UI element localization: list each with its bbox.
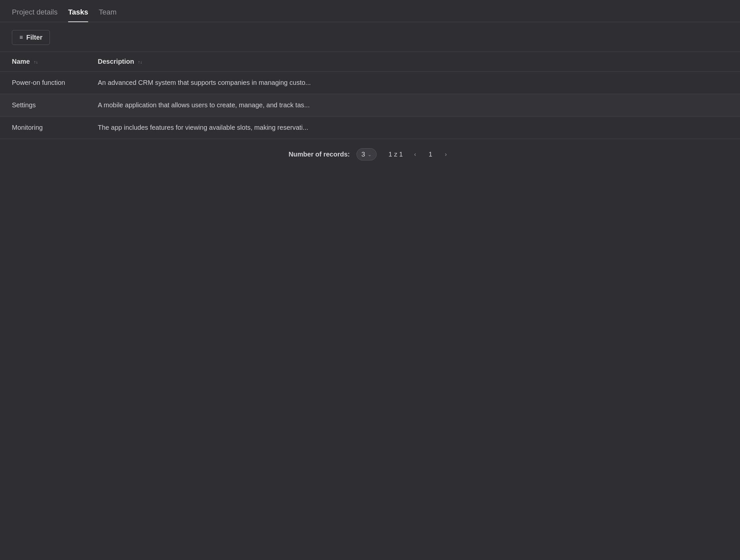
prev-page-button[interactable]: ‹ — [409, 149, 421, 160]
tabs-bar: Project details Tasks Team — [0, 8, 740, 22]
tab-project-details[interactable]: Project details — [12, 8, 58, 22]
filter-label: Filter — [26, 34, 42, 41]
task-desc-cell: The app includes features for viewing av… — [86, 117, 740, 139]
pagination-row: Number of records: 3 ⌄ 1 z 1 ‹ 1 › — [0, 139, 740, 170]
tasks-table: Name ↑↓ Description ↑↓ Power-on function… — [0, 51, 740, 139]
table-row[interactable]: Monitoring The app includes features for… — [0, 117, 740, 139]
chevron-down-icon: ⌄ — [368, 152, 372, 157]
column-header-name[interactable]: Name ↑↓ — [0, 52, 86, 72]
name-sort-icon: ↑↓ — [34, 60, 38, 64]
task-name-cell: Monitoring — [0, 117, 86, 139]
page-container: Project details Tasks Team ≡ Filter Name… — [0, 0, 740, 170]
records-count-value: 3 — [361, 150, 365, 158]
description-sort-icon: ↑↓ — [138, 60, 143, 64]
filter-bar: ≡ Filter — [0, 22, 740, 51]
task-desc-cell: A mobile application that allows users t… — [86, 94, 740, 117]
column-header-description[interactable]: Description ↑↓ — [86, 52, 740, 72]
task-name-cell: Settings — [0, 94, 86, 117]
filter-icon: ≡ — [19, 34, 23, 41]
tab-team[interactable]: Team — [99, 8, 117, 22]
current-page-number: 1 — [429, 150, 432, 158]
table-row[interactable]: Settings A mobile application that allow… — [0, 94, 740, 117]
tasks-table-wrapper: Name ↑↓ Description ↑↓ Power-on function… — [0, 51, 740, 139]
task-desc-cell: An advanced CRM system that supports com… — [86, 72, 740, 94]
filter-button[interactable]: ≡ Filter — [12, 30, 50, 45]
tab-tasks[interactable]: Tasks — [68, 8, 88, 22]
task-name-cell: Power-on function — [0, 72, 86, 94]
next-page-button[interactable]: › — [440, 149, 452, 160]
page-info-label: 1 z 1 — [388, 150, 403, 158]
records-per-page-select[interactable]: 3 ⌄ — [357, 148, 377, 160]
records-label: Number of records: — [288, 150, 350, 158]
table-header-row: Name ↑↓ Description ↑↓ — [0, 52, 740, 72]
table-row[interactable]: Power-on function An advanced CRM system… — [0, 72, 740, 94]
